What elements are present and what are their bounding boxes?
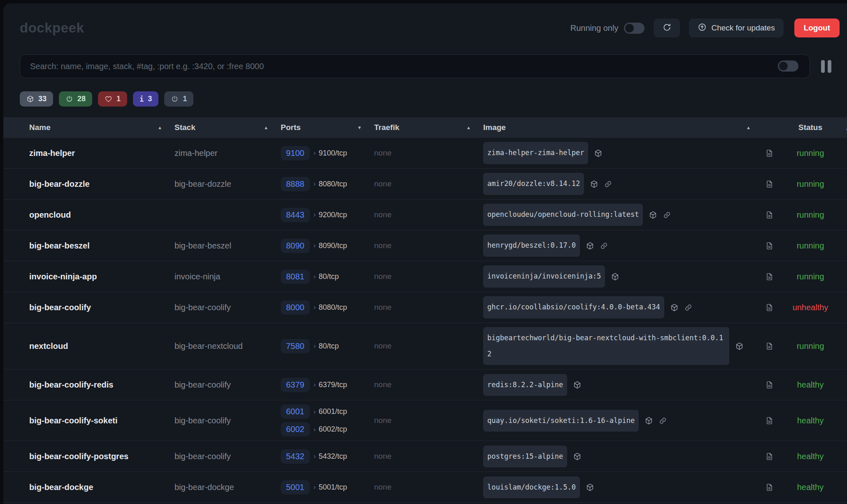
logs-icon[interactable] [763,206,775,224]
host-port-link[interactable]: 6002 [281,422,310,437]
table-row: big-bear-coolify-postgresbig-bear-coolif… [3,441,847,472]
registry-link-icon[interactable] [600,242,608,250]
chevron-right-icon: › [314,242,316,250]
logs-icon[interactable] [763,478,775,496]
badge-running[interactable]: 28 [59,91,92,107]
table-row: big-bear-dockgebig-bear-dockge5001›5001/… [3,472,847,503]
logs-icon[interactable] [763,376,775,394]
host-port-link[interactable]: 8081 [281,269,310,284]
stack-name: big-bear-dozzle [175,175,281,193]
logs-icon[interactable] [763,412,775,430]
registry-link-icon[interactable] [663,211,671,219]
column-header-image[interactable]: Image▲ [483,123,763,132]
running-only-toggle[interactable] [624,23,645,34]
host-port-link[interactable]: 7580 [281,339,310,353]
logs-icon[interactable] [763,268,775,286]
host-port-link[interactable]: 8888 [281,177,310,191]
ports-cell: 8888›8080/tcp [281,173,374,195]
logout-button[interactable]: Logout [794,19,840,37]
column-label: Traefik [374,123,399,132]
host-port-link[interactable]: 9100 [281,146,310,160]
container-port: 6379/tcp [319,381,347,389]
column-label: Status [798,123,822,132]
stack-name: big-bear-coolify [175,448,281,465]
container-port: 80/tcp [319,342,339,351]
refresh-button[interactable] [654,19,680,37]
status-value: healthy [775,478,845,496]
chevron-right-icon: › [314,408,316,416]
badge-stopped[interactable]: 1 [164,91,193,107]
chevron-right-icon: › [314,452,316,460]
image-cell: amir20/dozzle:v8.14.12 [483,169,763,199]
table-row: big-bear-beszelbig-bear-beszel8090›8090/… [3,230,847,261]
check-for-updates-button[interactable]: Check for updates [689,19,783,37]
port-mapping: 5001›5001/tcp [281,480,347,495]
container-name: big-bear-beszel [29,237,175,255]
search-toggle[interactable] [778,60,798,72]
sort-asc-icon: ▲ [264,125,268,130]
image-name: ghcr.io/coollabsio/coolify:4.0.0-beta.43… [483,296,664,318]
container-port: 5001/tcp [319,483,347,492]
host-port-link[interactable]: 5432 [281,449,310,464]
ports-cell: 5432›5432/tcp [281,445,374,468]
column-header-stack[interactable]: Stack▲ [175,123,281,132]
table-row: big-bear-coolify-redisbig-bear-coolify63… [3,369,847,400]
column-header-name[interactable]: Name▲ [29,123,175,132]
image-cell: invoiceninja/invoiceninja:5 [483,261,763,291]
host-port-link[interactable]: 6001 [281,404,310,419]
host-port-link[interactable]: 8443 [281,208,310,222]
sort-asc-icon: ▲ [158,125,162,130]
port-mapping: 8888›8080/tcp [281,177,347,191]
registry-link-icon[interactable] [684,304,692,311]
heart-icon [105,95,112,103]
image-cell: bigbeartechworld/big-bear-nextcloud-with… [483,323,763,369]
badge-total-containers[interactable]: 33 [20,91,53,107]
container-name: big-bear-dockge [29,478,175,496]
host-port-link[interactable]: 6379 [281,378,310,392]
image-cell: henrygd/beszel:0.17.0 [483,230,763,260]
registry-link-icon[interactable] [604,180,612,188]
traefik-value: none [374,268,483,285]
logs-icon[interactable] [763,144,775,162]
pause-icon[interactable] [821,60,831,73]
host-port-link[interactable]: 5001 [281,480,310,495]
status-value: unhealthy [775,299,845,316]
chevron-right-icon: › [314,272,316,281]
badge-count: 33 [38,95,47,103]
logs-icon[interactable] [763,175,775,193]
sort-asc-icon: ▲ [845,126,847,131]
host-port-link[interactable]: 8090 [281,239,310,253]
badge-unhealthy[interactable]: 1 [98,91,127,107]
ports-cell: 8081›80/tcp [281,265,374,288]
package-icon [573,381,582,389]
registry-link-icon[interactable] [659,417,667,425]
logs-icon[interactable] [763,237,775,255]
chevron-right-icon: › [314,425,316,434]
chevron-right-icon: › [314,342,316,350]
logs-icon[interactable] [763,448,775,465]
table-row: invoice-ninja-appinvoice-ninja8081›80/tc… [3,261,847,292]
stack-name: big-bear-coolify [175,412,281,430]
port-mapping: 6001›6001/tcp [281,404,347,419]
sort-desc-icon: ▼ [357,125,362,130]
container-name: big-bear-coolify [29,299,175,316]
image-cell: opencloudeu/opencloud-rolling:latest [483,200,763,230]
badge-count: 1 [116,95,121,103]
image-name: redis:8.2.2-alpine [483,374,567,396]
logs-icon[interactable] [763,299,775,316]
container-name: nextcloud [29,337,175,355]
toggle-knob [779,62,788,70]
ports-cell: 5001›5001/tcp [281,476,374,499]
table-body: zima-helperzima-helper9100›9100/tcpnonez… [3,138,847,503]
stack-name [175,211,281,219]
logs-icon[interactable] [763,337,775,355]
toggle-knob [625,24,634,33]
column-header-traefik[interactable]: Traefik▲ [374,123,483,132]
column-header-ports[interactable]: Ports▼ [281,123,374,132]
badge-info[interactable]: i3 [133,91,158,107]
host-port-link[interactable]: 8000 [281,300,310,315]
search-input[interactable] [20,54,810,78]
image-cell: louislam/dockge:1.5.0 [483,472,763,502]
top-controls: Running only Check for updates Logout [570,19,840,37]
column-header-status[interactable]: Status [775,123,845,132]
